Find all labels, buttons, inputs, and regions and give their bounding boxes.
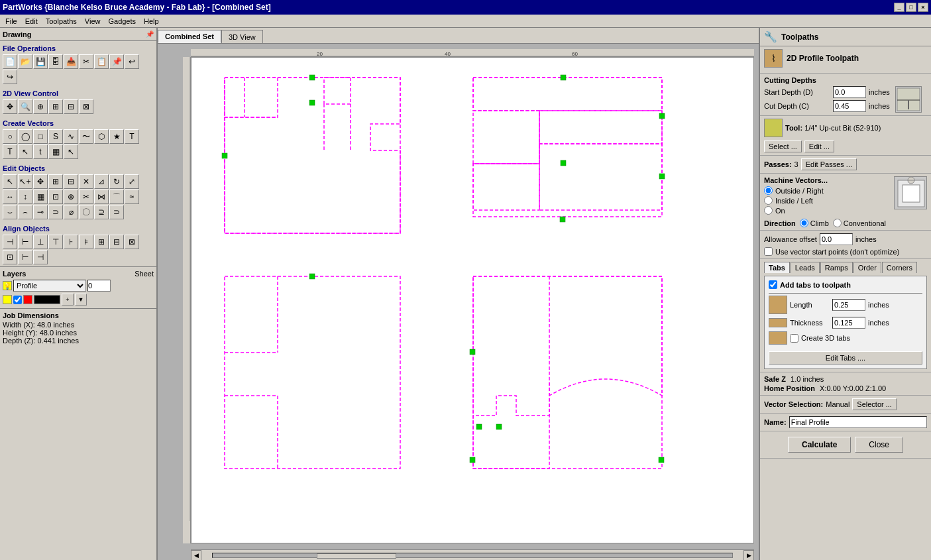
spiral-button[interactable]: 〇 [79,205,93,219]
copy-button[interactable]: 📋 [94,54,109,69]
bezier-button[interactable]: ∿ [64,129,78,144]
space-equal-button[interactable]: ⊠ [125,235,139,249]
scroll-thumb-h[interactable] [317,553,396,559]
pin-icon[interactable]: 📌 [146,30,154,38]
pan-button[interactable]: ✥ [3,99,17,114]
extend-button[interactable]: ⊸ [33,205,48,219]
close-button[interactable]: × [918,3,928,12]
new-file-button[interactable]: 📄 [3,54,17,69]
on-radio[interactable] [764,206,773,215]
create-3d-tabs-checkbox[interactable] [790,334,798,343]
edit-tool-button[interactable]: Edit ... [804,140,834,152]
split-button[interactable]: ⊃ [48,205,63,219]
tabs-length-input[interactable]: 0.25 [832,299,865,311]
mirror-v-button[interactable]: ↕ [18,190,32,204]
align-center-h-button[interactable]: ⊢ [18,235,32,249]
select-tool-button[interactable]: Select ... [764,140,802,152]
move-button[interactable]: ✥ [33,174,48,189]
align-bottom-button[interactable]: ⊧ [79,235,93,249]
node-edit-button[interactable]: ↖ [18,144,32,159]
minimize-button[interactable]: _ [894,3,904,12]
canvas-area[interactable]: 20 40 60 [158,44,759,560]
layer-visibility-icon[interactable]: 💡 [3,281,12,290]
text-vertical-button[interactable]: T [3,144,17,159]
open-file-button[interactable]: 📂 [18,54,32,69]
cut-button[interactable]: ✂ [79,54,93,69]
text-arc-button[interactable]: t [33,144,48,159]
center-doc-button[interactable]: ⊡ [3,250,17,264]
align-right-button[interactable]: ⊥ [33,235,48,249]
chamfer-button[interactable]: ⌢ [18,205,32,219]
scroll-left-button[interactable]: ◀ [191,550,201,561]
tab-nav-tabs[interactable]: Tabs [764,262,790,273]
menu-file[interactable]: File [1,16,21,27]
save-as-button[interactable]: 🗄 [48,54,63,69]
climb-radio[interactable] [800,219,808,227]
calculate-button[interactable]: Calculate [788,437,851,453]
delete-button[interactable]: ✕ [79,174,93,189]
join-button[interactable]: ⋈ [94,190,109,204]
zoom-box-button[interactable]: ⊕ [33,99,48,114]
menu-view[interactable]: View [81,16,105,27]
fillet-button[interactable]: ⌣ [3,205,17,219]
paste-button[interactable]: 📌 [109,54,124,69]
align-center-v-button[interactable]: ⊦ [64,235,78,249]
circle-button[interactable]: ○ [3,129,17,144]
menu-gadgets[interactable]: Gadgets [104,16,140,27]
layer-checkbox[interactable] [13,296,22,304]
inside-left-radio[interactable] [764,196,773,205]
layer-add-button[interactable]: + [62,294,74,306]
start-depth-input[interactable]: 0.0 [833,86,866,98]
add-tabs-checkbox[interactable] [769,280,777,289]
edit-passes-button[interactable]: Edit Passes ... [801,158,857,170]
view-options-button[interactable]: ⊠ [79,99,93,114]
ungroup-button[interactable]: ⊟ [64,174,78,189]
freehand-button[interactable]: 〜 [79,129,93,144]
rotate-button[interactable]: ↻ [109,174,124,189]
scroll-right-button[interactable]: ▶ [743,550,754,561]
polyline-button[interactable]: S [48,129,63,144]
tab-nav-leads[interactable]: Leads [791,262,820,273]
align-left-button[interactable]: ⊣ [3,235,17,249]
distribute-v-button[interactable]: ⊟ [109,235,124,249]
vector-start-points-checkbox[interactable] [764,247,773,256]
distribute-h-button[interactable]: ⊞ [94,235,109,249]
text-button[interactable]: T [125,129,139,144]
conventional-radio[interactable] [833,219,842,227]
array-button[interactable]: ▦ [33,190,48,204]
horizontal-scrollbar[interactable]: ◀ ▶ [191,549,754,560]
zoom-button[interactable]: 🔍 [18,99,32,114]
redo-button[interactable]: ↪ [3,70,17,84]
menu-toolpaths[interactable]: Toolpaths [42,16,81,27]
tab-3d-view[interactable]: 3D View [221,30,263,43]
layer-color-box[interactable] [34,295,60,304]
cut-depth-input[interactable]: 0.45 [833,100,866,112]
tab-combined-set[interactable]: Combined Set [158,30,221,43]
drawing-canvas[interactable] [191,57,754,543]
zoom-fit-button[interactable]: ⊟ [64,99,78,114]
distort-button[interactable]: ⊇ [94,205,109,219]
layer-select[interactable]: Profile [13,280,86,292]
align-doc-v-button[interactable]: ⊣ [33,250,48,264]
ellipse-button[interactable]: ◯ [18,129,32,144]
layer-number-input[interactable] [87,280,111,292]
select-plus-button[interactable]: ↖+ [18,174,32,189]
align-top-button[interactable]: ⊤ [48,235,63,249]
layer-down-button[interactable]: ▼ [75,294,87,306]
outside-right-radio[interactable] [764,186,773,195]
polygon-button[interactable]: ⬡ [94,129,109,144]
boolean-button[interactable]: ⊕ [64,190,78,204]
tab-nav-ramps[interactable]: Ramps [820,262,853,273]
offset-button[interactable]: ⊡ [48,190,63,204]
align-doc-h-button[interactable]: ⊢ [18,250,32,264]
maximize-button[interactable]: □ [906,3,916,12]
scroll-track-h[interactable] [212,553,733,558]
import-button[interactable]: 📥 [64,54,78,69]
mirror-h-button[interactable]: ↔ [3,190,17,204]
star-button[interactable]: ★ [109,129,124,144]
tab-nav-order[interactable]: Order [853,262,881,273]
trim-button[interactable]: ✂ [79,190,93,204]
group-button[interactable]: ⊞ [48,174,63,189]
edit-tabs-button[interactable]: Edit Tabs .... [769,351,922,364]
allowance-offset-input[interactable]: 0.0 [820,233,853,245]
